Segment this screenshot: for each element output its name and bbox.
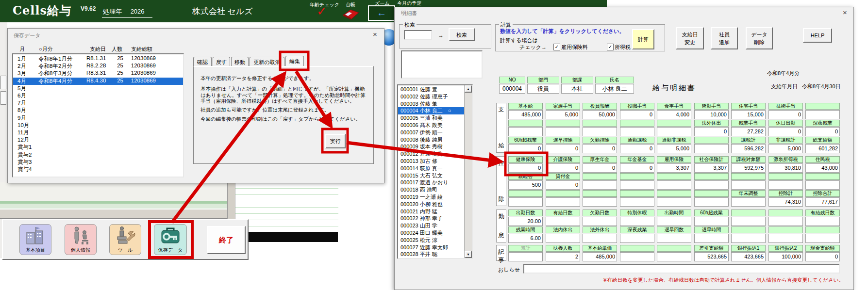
saved-row[interactable]: 賞与3 [13,159,183,166]
zoom-icon[interactable]: ← [368,5,395,21]
grid-value-cell[interactable]: 5,000 [657,144,691,153]
nav-tile-saved-data[interactable]: 保存データ [154,224,187,255]
grid-value-cell[interactable] [768,180,803,190]
saved-window-close-icon[interactable]: × [373,30,377,38]
grid-value-cell[interactable] [694,217,729,226]
grid-value-cell[interactable] [694,180,729,190]
execute-button[interactable]: 実行 [325,134,346,148]
grid-value-cell[interactable]: 523,665 [694,252,729,261]
employee-list-item[interactable]: 000001 佐藤 豊 [398,86,464,93]
scroll-down-icon[interactable]: ▼ [465,251,472,258]
nav-tile-basic[interactable]: 基本項目 [19,224,51,255]
grid-value-cell[interactable]: 0 [508,144,543,153]
grid-value-cell[interactable] [805,217,840,226]
process-year-value[interactable]: 2026 [131,8,145,15]
left-mini-button-2[interactable] [0,91,6,105]
employee-list-item[interactable]: 000015 大石 弘文 [398,172,464,179]
grid-value-cell[interactable]: 74,310 [768,197,803,207]
grid-value-cell[interactable] [583,127,617,136]
grid-value-cell[interactable] [546,127,580,136]
employee-list-item[interactable]: 000020 小柳 雅也 [398,201,464,208]
grid-value-cell[interactable]: 485,000 [508,110,543,119]
grid-value-cell[interactable] [805,234,840,243]
grid-value-cell[interactable] [620,127,654,136]
employee-list-item[interactable]: 000008 後藤 純男 [398,136,464,144]
saved-row[interactable]: 12月 [13,136,183,144]
grid-value-cell[interactable] [657,234,691,243]
grid-value-cell[interactable]: 0 [805,252,840,261]
grid-value-cell[interactable] [508,252,543,261]
saved-row[interactable]: 10月 [13,122,183,129]
employee-list-item[interactable]: 000004 小林 良二 ○ [398,107,464,114]
id-value-no[interactable]: 000004 [499,84,525,94]
grid-value-cell[interactable] [620,252,654,261]
employee-list-item[interactable]: 000025 松元 涼 [398,237,464,244]
grid-value-cell[interactable]: 3,307 [657,163,691,173]
employee-list-item[interactable]: 000014 荻原 真一 [398,165,464,172]
grid-value-cell[interactable] [583,217,617,226]
ledger-book-icon[interactable] [340,7,361,21]
grid-value-cell[interactable]: 485,000 [583,252,617,261]
employee-list-item[interactable]: 000003 佐藤 肇 [398,100,464,108]
grid-value-cell[interactable]: 500 [508,180,543,190]
grid-value-cell[interactable] [620,217,654,226]
delete-data-button[interactable]: データ削除 [746,27,773,49]
grid-value-cell[interactable]: 0 [546,180,580,190]
grid-value-cell[interactable] [731,234,766,243]
grid-value-cell[interactable]: 0 [583,163,617,173]
saved-row[interactable]: 賞与4 [13,166,183,173]
employee-list-item[interactable]: 000018 西 浩司 [398,186,464,193]
grid-value-cell[interactable]: 0 [805,127,840,136]
grid-value-cell[interactable]: 0 [546,163,580,173]
employee-listbox[interactable]: 000001 佐藤 豊000002 佐藤 理恵子000003 佐藤 肇00000… [397,84,473,259]
saved-row[interactable]: 5月 [13,85,183,92]
grid-value-cell[interactable]: 0 [620,110,654,119]
grid-value-cell[interactable] [620,180,654,190]
search-input[interactable] [404,30,432,40]
saved-row[interactable]: 賞与1 [13,144,183,151]
employee-list-item[interactable]: 000019 一之瀬 綾 [398,193,464,201]
saved-row[interactable]: 賞与2 [13,151,183,159]
grid-value-cell[interactable]: 6.00 [508,234,543,243]
saved-row[interactable]: 6月 [13,92,183,99]
grid-value-cell[interactable]: 77,617 [805,197,840,207]
grid-value-cell[interactable] [620,197,654,207]
grid-value-cell[interactable] [731,180,766,190]
grid-value-cell[interactable] [583,180,617,190]
age-check-icon[interactable]: ✓ [317,4,327,19]
employee-list-item[interactable]: 000028 平井 聡 [398,251,464,258]
grid-value-cell[interactable] [546,197,580,207]
grid-value-cell[interactable] [805,180,840,190]
grid-value-cell[interactable] [805,110,840,119]
id-value-buka[interactable]: 本社 [561,84,593,94]
grid-value-cell[interactable]: 3,307 [694,163,729,173]
nav-tile-tools[interactable]: ツール [109,224,141,255]
grid-value-cell[interactable]: 4,000 [657,110,691,119]
saved-row[interactable]: 8月 [13,107,183,114]
scroll-up-icon[interactable]: ▲ [465,85,472,93]
grid-value-cell[interactable] [657,197,691,207]
grid-value-cell[interactable]: 0 [620,163,654,173]
pay-date-change-button[interactable]: 支給日変更 [676,27,704,49]
grid-value-cell[interactable]: 0 [620,144,654,153]
grid-value-cell[interactable]: 0 [583,144,617,153]
employee-list-item[interactable]: 000022 神部 幸子 [398,215,464,222]
detail-window-close-icon[interactable]: × [843,8,847,16]
income-tax-checkbox[interactable]: ✓ [607,44,614,50]
employee-list-item[interactable]: 000009 坂本 秀樹 [398,143,464,150]
grid-value-cell[interactable] [694,234,729,243]
grid-value-cell[interactable] [768,217,803,226]
notice-input[interactable] [523,264,840,274]
employee-list-item[interactable]: 000017 渡邉 かおり [398,179,464,186]
grid-value-cell[interactable]: 20.00 [508,217,543,226]
search-button[interactable]: 検索 [449,28,475,41]
grid-value-cell[interactable]: 5,000 [768,144,803,153]
id-value-shimei[interactable]: 小林 良二 [595,84,634,94]
saved-row[interactable]: 2月令和8年2月分R8.2.282512030869 [13,63,183,70]
id-value-bumon[interactable]: 役員 [527,84,559,94]
grid-value-cell[interactable]: 596,282 [731,144,766,153]
grid-value-cell[interactable] [583,234,617,243]
saved-row[interactable]: 11月 [13,129,183,136]
grid-value-cell[interactable]: 0 [694,127,729,136]
saved-data-listbox[interactable]: 1月令和8年1月分R8.1.3125120308692月令和8年2月分R8.2.… [12,53,184,177]
